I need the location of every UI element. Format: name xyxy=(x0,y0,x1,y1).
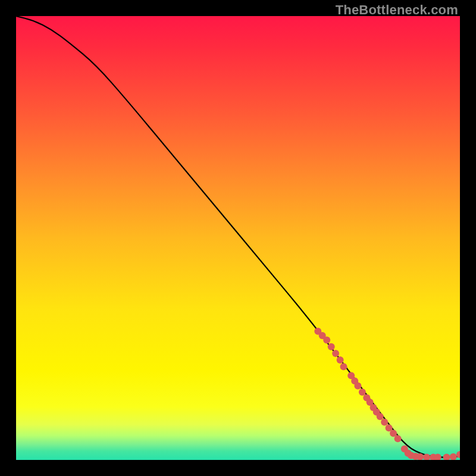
watermark-text: TheBottleneck.com xyxy=(336,2,458,18)
plot-area xyxy=(16,16,460,460)
highlight-point xyxy=(354,382,361,389)
highlight-point xyxy=(450,453,457,460)
highlight-point xyxy=(394,435,402,442)
highlight-point xyxy=(340,363,347,370)
highlight-point xyxy=(323,337,330,344)
highlight-points-group xyxy=(314,328,460,460)
highlight-point xyxy=(443,454,450,461)
highlight-point xyxy=(328,343,335,350)
chart-container: TheBottleneck.com xyxy=(0,0,476,476)
highlight-point xyxy=(381,419,388,426)
highlight-point xyxy=(337,356,344,364)
highlight-point xyxy=(359,389,366,396)
fit-curve xyxy=(16,16,460,458)
chart-svg xyxy=(16,16,460,460)
highlight-point xyxy=(332,350,339,357)
highlight-point xyxy=(377,413,384,420)
